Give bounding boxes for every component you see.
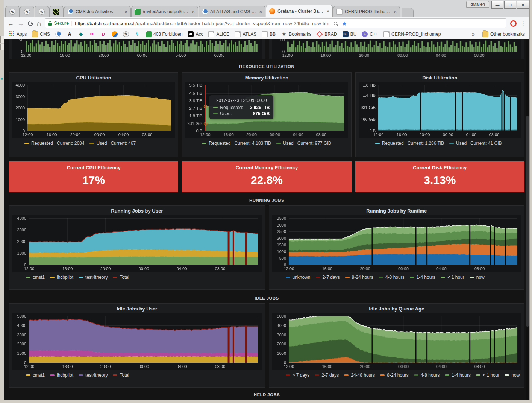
legend-item[interactable]: Total: [113, 275, 129, 280]
legend-item[interactable]: > 7 days: [286, 373, 310, 378]
tab-close-icon[interactable]: ×: [326, 8, 329, 14]
tab-close-icon[interactable]: ×: [192, 9, 195, 15]
section-idle-jobs[interactable]: IDLE JOBS: [9, 296, 524, 300]
bookmark-favicon[interactable]: DE: [87, 30, 97, 38]
legend-item[interactable]: < 1 hour: [441, 275, 464, 280]
bookmark-bookmarks[interactable]: ★Bookmarks: [279, 30, 313, 38]
legend-item[interactable]: now: [470, 275, 485, 280]
pinned-tab[interactable]: ✎: [5, 6, 20, 17]
legend-item[interactable]: 2-7 days: [316, 275, 340, 280]
search-icon[interactable]: [334, 22, 337, 25]
pinned-tab[interactable]: ✎: [20, 6, 34, 17]
bookmark-bu[interactable]: BUBU: [341, 30, 359, 38]
pinned-tab[interactable]: [49, 6, 64, 17]
legend-item[interactable]: 4-8 hours: [379, 275, 405, 280]
address-bar[interactable]: Secure | https://batch-carbon.cern.ch/gr…: [45, 18, 506, 28]
scrollbar-thumb[interactable]: [526, 116, 529, 327]
forward-button[interactable]: →: [18, 20, 24, 27]
legend-item[interactable]: UsedCurrent: 467: [89, 141, 136, 146]
legend-item[interactable]: now: [505, 373, 520, 378]
tab-cern-prod-lhchomeproxy[interactable]: CERN-PROD_lhchomeproxy×: [333, 6, 400, 17]
pinned-tab[interactable]: ✎: [35, 6, 49, 17]
tab-close-icon[interactable]: ×: [394, 9, 397, 15]
tab-close-icon[interactable]: ×: [259, 9, 262, 15]
bookmark-apps[interactable]: Apps: [7, 30, 29, 38]
section-running-jobs[interactable]: RUNNING JOBS: [9, 198, 524, 202]
bookmark-favicon[interactable]: D: [99, 30, 108, 38]
legend-item[interactable]: 1-4 hours: [445, 373, 471, 378]
bookmark-cern-prod-lhchomep[interactable]: CERN-PROD_lhchomep: [382, 30, 443, 38]
panel-title[interactable]: Disk Utilization: [359, 74, 521, 82]
bookmark-favicon[interactable]: A: [65, 30, 74, 38]
legend-item[interactable]: 2-7 days: [315, 373, 339, 378]
legend-item[interactable]: cmst1: [26, 275, 45, 280]
bookmark-favicon[interactable]: ✎: [121, 30, 131, 38]
bookmark-alice[interactable]: ALICE: [206, 30, 231, 38]
profile-chip[interactable]: gMalien: [466, 1, 489, 8]
tab-all-atlas-and-cms-tasks-a[interactable]: All ATLAS and CMS tasks "a×: [199, 6, 265, 17]
legend-item[interactable]: RequestedCurrent: 2684: [24, 141, 84, 146]
tab--myfed-cms-output-unmerg[interactable]: /myfed/cms-output/unmerg×: [131, 6, 198, 17]
legend-item[interactable]: 4-8 hours: [414, 373, 440, 378]
new-tab-button[interactable]: [402, 8, 414, 17]
legend-item[interactable]: 24-48 hours: [344, 373, 375, 378]
legend-item[interactable]: RequestedCurrent: 1.286 TiB: [375, 141, 444, 146]
disk-utilization-chart[interactable]: [359, 82, 521, 138]
legend-item[interactable]: unknown: [286, 275, 311, 280]
legend-item[interactable]: UsedCurrent: 41 GiB: [449, 141, 502, 146]
panel-title[interactable]: Memory Utilization: [185, 74, 348, 82]
bookmark-star-icon[interactable]: ★: [342, 21, 347, 26]
legend-item[interactable]: lhcbpilot: [50, 275, 73, 280]
idle-jobs-by-queue-age-chart[interactable]: [272, 313, 521, 370]
vertical-scrollbar[interactable]: [526, 39, 529, 400]
back-button[interactable]: ←: [8, 20, 14, 27]
top-right-chart[interactable]: [272, 39, 521, 59]
tab-cms-job-activities[interactable]: CMS Job Activities×: [64, 6, 131, 17]
bookmark-favicon[interactable]: ◆: [76, 30, 86, 38]
legend-item[interactable]: test4theory: [79, 373, 108, 378]
bookmark-bb[interactable]: BB: [260, 30, 277, 38]
bookmark-favicon[interactable]: [110, 30, 120, 38]
minimize-button[interactable]: —: [491, 1, 503, 9]
cpu-utilization-chart[interactable]: [12, 82, 175, 138]
bookmark-favicon[interactable]: ϟ: [132, 30, 142, 38]
legend-item[interactable]: RequestedCurrent: 4.183 TiB: [202, 141, 271, 146]
panel-title[interactable]: Idle Jobs by User: [12, 305, 262, 313]
legend-item[interactable]: cmst1: [26, 373, 45, 378]
home-button[interactable]: ⌂: [37, 20, 41, 27]
legend-item[interactable]: 8-24 hours: [345, 275, 373, 280]
other-bookmarks[interactable]: Other bookmarks: [480, 30, 527, 38]
panel-title[interactable]: Idle Jobs by Queue Age: [272, 305, 521, 313]
menu-kebab-icon[interactable]: ⋮: [520, 21, 526, 26]
tab-close-icon[interactable]: ×: [124, 9, 127, 15]
running-jobs-by-runtime-chart[interactable]: [272, 215, 521, 272]
legend-item[interactable]: test4theory: [79, 275, 108, 280]
singlestat-current-disk-efficiency[interactable]: Current Disk Efficiency3.13%: [355, 161, 524, 192]
top-left-chart[interactable]: [12, 39, 262, 59]
legend-item[interactable]: UsedCurrent: 977 GiB: [276, 141, 331, 146]
bookmark-c-[interactable]: +C++: [360, 30, 380, 38]
bookmark-brad[interactable]: BRAD: [315, 30, 339, 38]
legend-item[interactable]: < 1 hour: [476, 373, 499, 378]
section-held-jobs[interactable]: HELD JOBS: [9, 392, 524, 397]
legend-item[interactable]: 8-24 hours: [380, 373, 408, 378]
panel-title[interactable]: CPU Utilization: [12, 74, 175, 82]
legend-item[interactable]: Total: [113, 373, 129, 378]
refresh-button[interactable]: [27, 20, 34, 27]
bookmark-atlas[interactable]: ATLAS: [233, 30, 258, 38]
running-jobs-by-user-chart[interactable]: [12, 215, 262, 272]
section-resource-utilization[interactable]: RESOURCE UTILIZATION: [9, 64, 524, 69]
legend-item[interactable]: lhcbpilot: [50, 373, 73, 378]
maximize-button[interactable]: □: [504, 1, 516, 9]
url-text[interactable]: https://batch-carbon.cern.ch/grafana/das…: [75, 21, 329, 26]
bookmark-acc[interactable]: Acc: [186, 30, 205, 38]
panel-title[interactable]: Running Jobs by User: [12, 207, 262, 215]
singlestat-current-cpu-efficiency[interactable]: Current CPU Efficiency17%: [9, 161, 178, 192]
bookmark-cms[interactable]: CMS: [30, 30, 52, 38]
extension-icon[interactable]: [510, 20, 517, 27]
panel-title[interactable]: Running Jobs by Runtime: [272, 207, 521, 215]
idle-jobs-by-user-chart[interactable]: [12, 313, 262, 370]
bookmarks-overflow-chevron[interactable]: »: [470, 31, 477, 37]
legend-item[interactable]: 1-4 hours: [410, 275, 436, 280]
singlestat-current-memory-efficiency[interactable]: Current Memory Efficiency22.8%: [182, 161, 351, 192]
